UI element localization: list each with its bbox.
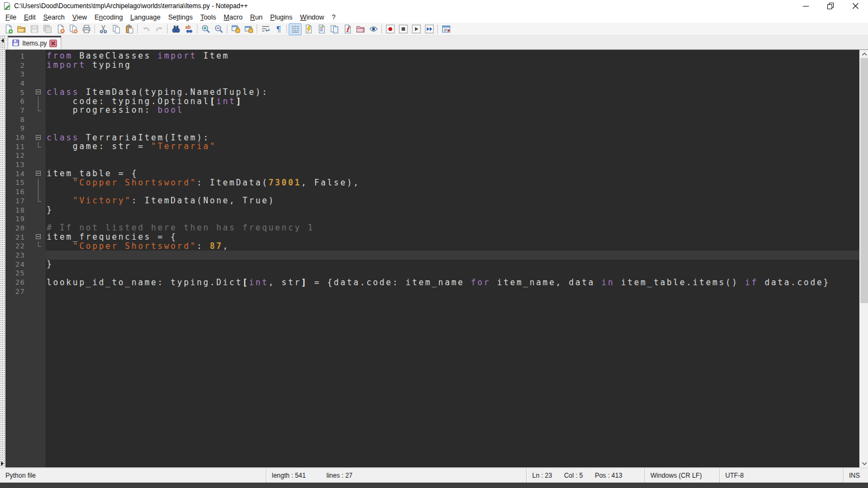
code-line-9[interactable]: 9 xyxy=(5,124,859,133)
fold-margin-cell xyxy=(29,124,46,133)
monitoring-icon[interactable] xyxy=(367,23,380,35)
code-line-14[interactable]: 14item_table = { xyxy=(5,169,859,178)
code-line-12[interactable]: 12 xyxy=(5,151,859,160)
code-line-16[interactable]: 16 xyxy=(5,187,859,196)
paste-icon[interactable] xyxy=(123,23,136,35)
save-all-icon[interactable] xyxy=(41,23,54,35)
code-line-6[interactable]: 6 code: typing.Optional[int] xyxy=(5,97,859,106)
menu-file[interactable]: File xyxy=(2,12,20,22)
document-list-icon[interactable] xyxy=(328,23,341,35)
code-line-21[interactable]: 21item_frequencies = { xyxy=(5,233,859,242)
sync-scroll-horizontal-icon[interactable] xyxy=(242,23,255,35)
menu-run[interactable]: Run xyxy=(246,12,266,22)
close-window-button[interactable] xyxy=(843,0,868,12)
indent-guide-icon[interactable] xyxy=(289,23,302,35)
open-file-icon[interactable] xyxy=(15,23,28,35)
code-line-20[interactable]: 20# If not listed here then has frequenc… xyxy=(5,223,859,233)
menu-edit[interactable]: Edit xyxy=(20,12,40,22)
macro-run-multiple-icon[interactable] xyxy=(423,23,436,35)
macro-save-icon[interactable] xyxy=(439,23,452,35)
close-file-icon[interactable] xyxy=(54,23,67,35)
toolbar-separator xyxy=(286,24,287,34)
code-line-3[interactable]: 3 xyxy=(5,69,859,79)
minimize-button[interactable] xyxy=(793,0,818,12)
code-line-19[interactable]: 19 xyxy=(5,214,859,223)
sync-scroll-vertical-icon[interactable] xyxy=(229,23,242,35)
folder-as-workspace-icon[interactable] xyxy=(354,23,367,35)
scroll-down-icon[interactable] xyxy=(860,459,868,467)
line-number: 27 xyxy=(5,287,29,296)
line-number: 16 xyxy=(5,188,29,196)
menu-help[interactable]: ? xyxy=(328,12,340,22)
macro-record-icon[interactable] xyxy=(384,23,397,35)
scrollbar-thumb[interactable] xyxy=(860,58,868,303)
restore-button[interactable] xyxy=(818,0,843,12)
replace-icon[interactable]: ab xyxy=(182,23,195,35)
menu-macro[interactable]: Macro xyxy=(220,12,246,22)
fold-collapse-icon[interactable] xyxy=(29,133,46,142)
menu-language[interactable]: Language xyxy=(126,12,164,22)
fold-margin-cell xyxy=(29,206,46,215)
code-line-23[interactable]: 23 xyxy=(5,251,859,260)
find-icon[interactable] xyxy=(169,23,182,35)
code-line-15[interactable]: 15 "Copper Shortsword": ItemData(73001, … xyxy=(5,178,859,188)
tab-items-py[interactable]: Items.py xyxy=(8,36,61,49)
code-line-13[interactable]: 13 xyxy=(5,160,859,169)
close-all-icon[interactable] xyxy=(67,23,80,35)
function-list-icon[interactable]: f xyxy=(341,23,354,35)
document-map-icon[interactable] xyxy=(315,23,328,35)
code-line-18[interactable]: 18} xyxy=(5,206,859,215)
menu-search[interactable]: Search xyxy=(40,12,69,22)
code-line-27[interactable]: 27 xyxy=(5,287,859,296)
code-line-25[interactable]: 25 xyxy=(5,269,859,278)
code-line-22[interactable]: 22 "Copper Shortsword": 87, xyxy=(5,241,859,251)
macro-stop-icon[interactable] xyxy=(397,23,410,35)
menu-settings[interactable]: Settings xyxy=(164,12,196,22)
code-line-26[interactable]: 26lookup_id_to_name: typing.Dict[int, st… xyxy=(5,278,859,287)
word-wrap-icon[interactable] xyxy=(259,23,272,35)
code-line-17[interactable]: 17 "Victory": ItemData(None, True) xyxy=(5,196,859,206)
menu-view[interactable]: View xyxy=(68,12,91,22)
fold-collapse-icon[interactable] xyxy=(29,233,46,242)
fold-margin-cell xyxy=(29,115,46,124)
editor[interactable]: 1from BaseClasses import Item2import typ… xyxy=(5,50,868,467)
code-line-8[interactable]: 8 xyxy=(5,115,859,124)
redo-icon[interactable] xyxy=(152,23,165,35)
show-all-characters-icon[interactable]: ¶ xyxy=(272,23,285,35)
fold-collapse-icon[interactable] xyxy=(29,88,46,97)
scroll-up-icon[interactable] xyxy=(860,50,868,58)
copy-icon[interactable] xyxy=(110,23,123,35)
menu-window[interactable]: Window xyxy=(296,12,328,22)
dock-grip[interactable] xyxy=(0,36,5,467)
status-insert-mode[interactable]: INS xyxy=(843,468,868,483)
code-line-5[interactable]: 5class ItemData(typing.NamedTuple): xyxy=(5,88,859,97)
code-line-7[interactable]: 7 progression: bool xyxy=(5,106,859,115)
new-file-icon[interactable] xyxy=(2,23,15,35)
zoom-in-icon[interactable] xyxy=(199,23,212,35)
code-line-4[interactable]: 4 xyxy=(5,79,859,88)
menu-tools[interactable]: Tools xyxy=(196,12,220,22)
function-completion-icon[interactable] xyxy=(302,23,315,35)
cut-icon[interactable] xyxy=(97,23,110,35)
zoom-out-icon[interactable] xyxy=(212,23,225,35)
vertical-scrollbar[interactable] xyxy=(859,50,868,467)
menu-encoding[interactable]: Encoding xyxy=(91,12,126,22)
tab-close-icon[interactable] xyxy=(49,40,57,47)
line-number: 17 xyxy=(5,197,29,205)
toolbar-separator xyxy=(167,24,168,34)
code-line-2[interactable]: 2import typing xyxy=(5,61,859,70)
print-icon[interactable] xyxy=(80,23,93,35)
save-file-icon[interactable] xyxy=(28,23,41,35)
menu-plugins[interactable]: Plugins xyxy=(266,12,296,22)
macro-playback-icon[interactable] xyxy=(410,23,423,35)
toolbar-separator xyxy=(197,24,197,34)
undo-icon[interactable] xyxy=(139,23,152,35)
code-line-11[interactable]: 11 game: str = "Terraria" xyxy=(5,142,859,151)
code-area[interactable]: 1from BaseClasses import Item2import typ… xyxy=(5,50,859,296)
dock-collapse-left-icon[interactable] xyxy=(1,38,4,43)
dock-expand-right-icon[interactable] xyxy=(1,461,4,466)
fold-collapse-icon[interactable] xyxy=(29,169,46,178)
code-line-1[interactable]: 1from BaseClasses import Item xyxy=(5,52,859,61)
code-line-10[interactable]: 10class TerrariaItem(Item): xyxy=(5,133,859,142)
code-line-24[interactable]: 24} xyxy=(5,260,859,269)
